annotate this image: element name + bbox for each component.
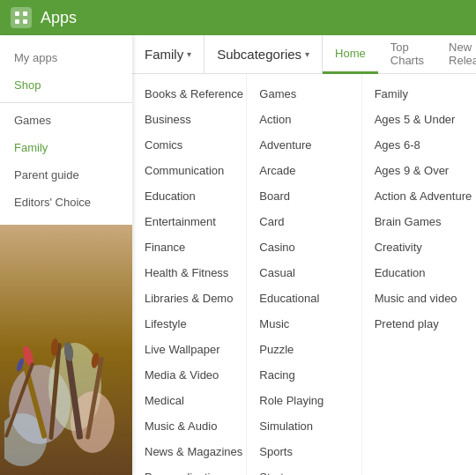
list-item[interactable]: Racing — [247, 362, 361, 388]
top-bar: Apps — [0, 0, 476, 35]
svg-rect-1 — [23, 11, 27, 16]
list-item[interactable]: Arcade — [247, 158, 361, 183]
list-item[interactable]: Medical — [132, 388, 246, 413]
sidebar-item-parent-guide[interactable]: Parent guide — [0, 161, 132, 189]
list-item[interactable]: Education — [132, 183, 246, 209]
main-content: Family ▾ Subcategories ▾ Home Top Charts… — [132, 35, 476, 475]
list-item[interactable]: Ages 5 & Under — [362, 107, 476, 132]
col-categories: Books & Reference Business Comics Commun… — [132, 74, 247, 475]
list-item[interactable]: Games — [247, 81, 361, 107]
svg-rect-3 — [23, 19, 27, 24]
subcategory-label: Subcategories — [217, 47, 301, 62]
list-item[interactable]: Strategy — [247, 464, 361, 475]
apps-icon — [11, 7, 32, 28]
app-title: Apps — [41, 9, 77, 27]
sidebar-item-games[interactable]: Games — [0, 107, 132, 134]
list-item[interactable]: Health & Fitness — [132, 260, 246, 286]
list-item[interactable]: Live Wallpaper — [132, 337, 246, 362]
list-item[interactable]: Action & Adventure — [362, 183, 476, 209]
brush-artwork — [0, 225, 132, 475]
sidebar-top: My apps Shop Games Family Parent guide E… — [0, 35, 132, 225]
list-item[interactable]: Casual — [247, 260, 361, 286]
sidebar-my-apps[interactable]: My apps — [0, 44, 132, 71]
list-item[interactable]: Adventure — [247, 132, 361, 158]
col-family: Family Ages 5 & Under Ages 6-8 Ages 9 & … — [362, 74, 476, 475]
sidebar-shop[interactable]: Shop — [0, 71, 132, 99]
category-chevron-icon: ▾ — [187, 49, 191, 59]
subcategory-chevron-icon: ▾ — [305, 49, 309, 59]
list-item[interactable]: Puzzle — [247, 337, 361, 362]
list-item[interactable]: Role Playing — [247, 388, 361, 413]
list-item[interactable]: Lifestyle — [132, 311, 246, 337]
svg-rect-2 — [15, 19, 19, 24]
category-label: Family — [145, 47, 183, 62]
nav-tabs: Home Top Charts New Releases — [323, 35, 476, 73]
list-item[interactable]: Board — [247, 183, 361, 209]
list-item[interactable]: Music and video — [362, 286, 476, 311]
dropdown-area: Books & Reference Business Comics Commun… — [132, 74, 476, 475]
list-item[interactable]: Casino — [247, 234, 361, 260]
list-item[interactable]: Brain Games — [362, 209, 476, 234]
sidebar-image — [0, 225, 132, 475]
subcategory-selector[interactable]: Subcategories ▾ — [205, 35, 323, 73]
list-item[interactable]: Card — [247, 209, 361, 234]
list-item[interactable]: News & Magazines — [132, 439, 246, 464]
list-item[interactable]: Libraries & Demo — [132, 286, 246, 311]
tab-top-charts[interactable]: Top Charts — [378, 35, 436, 74]
list-item[interactable]: Business — [132, 107, 246, 132]
sidebar-divider — [0, 102, 132, 103]
col-games: Games Action Adventure Arcade Board Card… — [247, 74, 361, 475]
list-item[interactable]: Simulation — [247, 413, 361, 439]
list-item[interactable]: Educational — [247, 286, 361, 311]
list-item[interactable]: Finance — [132, 234, 246, 260]
list-item[interactable]: Education — [362, 260, 476, 286]
main-layout: My apps Shop Games Family Parent guide E… — [0, 35, 476, 475]
list-item[interactable]: Comics — [132, 132, 246, 158]
list-item[interactable]: Media & Video — [132, 362, 246, 388]
list-item[interactable]: Ages 6-8 — [362, 132, 476, 158]
nav-bar: Family ▾ Subcategories ▾ Home Top Charts… — [132, 35, 476, 74]
list-item[interactable]: Pretend play — [362, 311, 476, 337]
sidebar-item-editors-choice[interactable]: Editors' Choice — [0, 189, 132, 216]
sidebar: My apps Shop Games Family Parent guide E… — [0, 35, 132, 475]
list-item[interactable]: Personalisation — [132, 464, 246, 475]
list-item[interactable]: Communication — [132, 158, 246, 183]
category-selector[interactable]: Family ▾ — [132, 35, 205, 73]
list-item[interactable]: Music — [247, 311, 361, 337]
list-item[interactable]: Action — [247, 107, 361, 132]
list-item[interactable]: Music & Audio — [132, 413, 246, 439]
tab-new-releases[interactable]: New Releases — [436, 35, 476, 74]
tab-home[interactable]: Home — [323, 35, 378, 74]
list-item[interactable]: Creativity — [362, 234, 476, 260]
list-item[interactable]: Ages 9 & Over — [362, 158, 476, 183]
list-item[interactable]: Sports — [247, 439, 361, 464]
list-item-family[interactable]: Family — [362, 81, 476, 107]
sidebar-item-family[interactable]: Family — [0, 134, 132, 161]
list-item[interactable]: Entertainment — [132, 209, 246, 234]
list-item[interactable]: Books & Reference — [132, 81, 246, 107]
svg-rect-0 — [15, 11, 19, 16]
